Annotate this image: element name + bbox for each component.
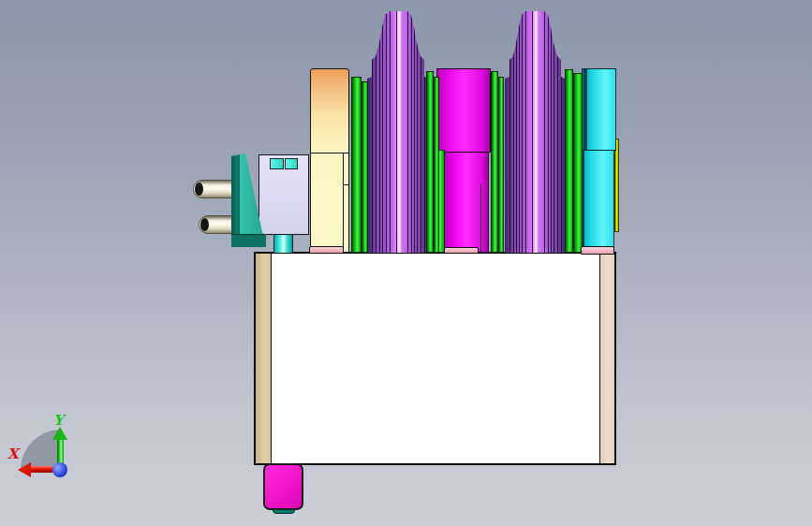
y-axis-arrow-icon[interactable]	[52, 427, 67, 440]
y-axis-label: Y	[53, 414, 64, 428]
spring-leaf[interactable]	[362, 81, 368, 253]
spring-leaf[interactable]	[491, 71, 498, 253]
core-tower-left[interactable]	[367, 11, 429, 253]
plate-edge-line	[343, 153, 344, 252]
spring-leaf[interactable]	[434, 77, 439, 253]
clamp-bottom-face	[231, 234, 266, 248]
end-block-right-lower[interactable]	[579, 150, 614, 248]
slide-block[interactable]	[258, 154, 309, 235]
x-axis-label: X	[7, 447, 19, 461]
slide-insert-2[interactable]	[285, 158, 298, 169]
end-block-right-upper[interactable]	[582, 68, 616, 151]
origin-sphere-icon[interactable]	[52, 462, 67, 477]
ejector-pin-1[interactable]	[193, 180, 234, 198]
guide-bushing[interactable]	[273, 234, 293, 253]
wear-strip[interactable]	[614, 139, 619, 232]
core-tower-right[interactable]	[505, 11, 565, 253]
end-plate-left[interactable]	[310, 68, 349, 253]
end-block-edge	[583, 69, 587, 150]
ejector-pin-2[interactable]	[199, 215, 234, 234]
cavity-block-lower[interactable]	[444, 152, 489, 253]
base-plate-right-column	[599, 254, 614, 463]
cavity-block-upper[interactable]	[436, 68, 491, 153]
foot-pad[interactable]	[309, 246, 344, 254]
base-plate[interactable]	[254, 252, 616, 465]
x-axis-arrow-icon[interactable]	[18, 462, 31, 477]
spring-leaf[interactable]	[351, 77, 362, 253]
foot-pad[interactable]	[444, 247, 479, 254]
pin-end-cap	[195, 183, 203, 196]
cavity-split-line	[480, 184, 481, 254]
slide-insert-1[interactable]	[270, 158, 284, 169]
locating-pad	[273, 509, 295, 514]
clamp-left-edge	[231, 153, 240, 247]
locating-block[interactable]	[263, 463, 303, 510]
base-plate-left-column	[256, 254, 272, 463]
cad-viewport[interactable]: X Y	[0, 0, 812, 526]
pin-end-cap	[200, 218, 209, 231]
plate-step-line	[343, 184, 349, 185]
spring-leaf[interactable]	[565, 69, 573, 253]
foot-pad[interactable]	[581, 246, 614, 255]
spring-leaf[interactable]	[573, 73, 583, 253]
spring-leaf[interactable]	[498, 77, 504, 253]
